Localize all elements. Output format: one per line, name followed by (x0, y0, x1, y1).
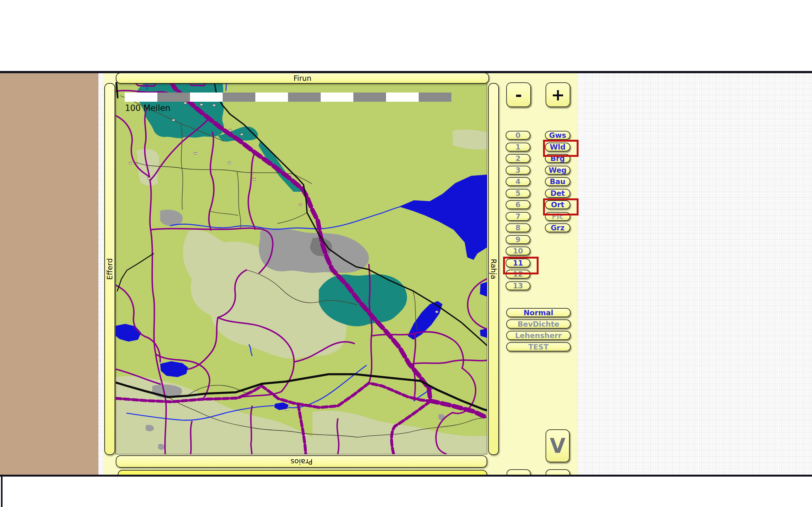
layer-button-grz[interactable]: Grz (545, 223, 570, 232)
level-button-4[interactable]: 4 (506, 177, 530, 186)
level-button-11[interactable]: 11 (506, 259, 530, 268)
map-application-window: Firun Efferd Rahja Praios (0, 0, 812, 507)
map-image[interactable] (116, 82, 487, 454)
right-texture-area (577, 73, 812, 475)
pan-north-bar[interactable]: Firun (116, 72, 489, 83)
level-button-7[interactable]: 7 (506, 212, 530, 221)
footer-left-edge (1, 476, 3, 507)
level-button-10[interactable]: 10 (506, 246, 530, 256)
zoom-in-button[interactable]: + (546, 82, 570, 107)
level-button-1[interactable]: 1 (506, 143, 530, 152)
level-button-13[interactable]: 13 (506, 281, 530, 290)
nav-down-button[interactable]: V (546, 429, 570, 462)
mode-button-normal[interactable]: Normal (506, 308, 571, 317)
layer-button-gws[interactable]: Gws (545, 131, 570, 140)
level-button-5[interactable]: 5 (506, 189, 530, 198)
level-button-0[interactable]: 0 (506, 131, 530, 140)
mode-button-lehensherr[interactable]: Lehensherr (506, 331, 571, 340)
layer-button-wld[interactable]: Wld (545, 143, 570, 152)
mode-button-test[interactable]: TEST (506, 342, 571, 351)
zoom-out-label: - (515, 85, 522, 104)
footer-area (0, 476, 812, 507)
pan-south-bar[interactable]: Praios (116, 455, 487, 468)
pan-south-label: Praios (291, 458, 312, 466)
pan-west-bar[interactable]: Efferd (104, 83, 115, 455)
left-margin (0, 73, 98, 475)
level-button-9[interactable]: 9 (506, 235, 530, 244)
layer-button-bau[interactable]: Bau (545, 177, 570, 186)
scale-label: 100 Meilen (125, 103, 170, 113)
layer-button-weg[interactable]: Weg (545, 166, 570, 175)
top-divider (0, 71, 812, 73)
left-texture-strip (98, 73, 103, 475)
layer-button-ort[interactable]: Ort (545, 200, 570, 209)
layer-button-flc[interactable]: Flc (545, 212, 570, 221)
level-button-6[interactable]: 6 (506, 200, 530, 209)
zoom-out-button[interactable]: - (506, 82, 531, 107)
pan-east-label: Rahja (490, 259, 498, 279)
pan-west-label: Efferd (106, 258, 114, 280)
level-button-12[interactable]: 12 (506, 270, 530, 279)
pan-east-bar[interactable]: Rahja (488, 83, 499, 455)
layer-button-brg[interactable]: Brg (545, 154, 570, 163)
mode-button-bevdichte[interactable]: BevDichte (506, 320, 571, 329)
level-button-2[interactable]: 2 (506, 154, 530, 163)
level-button-3[interactable]: 3 (506, 166, 530, 175)
pan-north-label: Firun (293, 74, 311, 82)
layer-button-det[interactable]: Det (545, 189, 570, 198)
zoom-in-label: + (551, 85, 565, 104)
level-button-8[interactable]: 8 (506, 223, 530, 232)
